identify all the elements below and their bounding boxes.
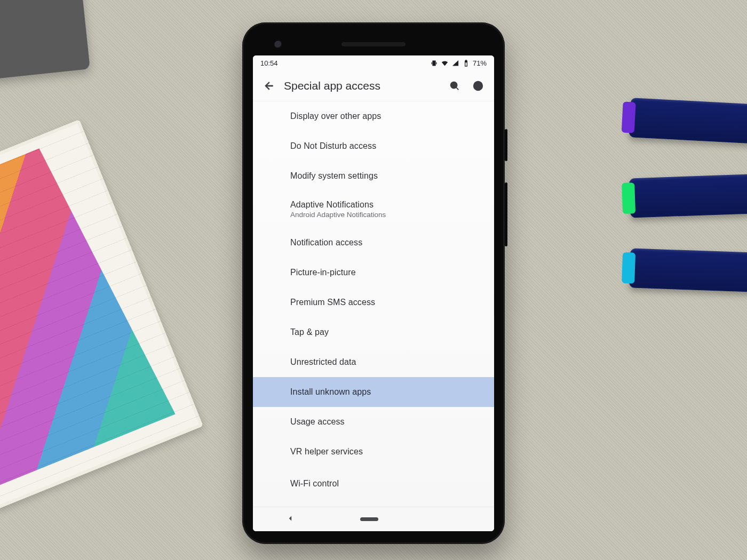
search-button[interactable] bbox=[443, 74, 466, 98]
settings-row-label: Picture-in-picture bbox=[290, 268, 483, 277]
settings-row-label: Usage access bbox=[290, 417, 483, 427]
nav-spacer bbox=[443, 517, 462, 521]
settings-row-label: Do Not Disturb access bbox=[290, 141, 483, 151]
system-navigation-bar bbox=[253, 507, 494, 531]
phone-screen: 10:54 71% Special bbox=[253, 55, 494, 531]
settings-row-wi-fi-control[interactable]: Wi-Fi control bbox=[253, 467, 494, 497]
nav-back-button[interactable] bbox=[285, 514, 295, 525]
help-icon bbox=[472, 80, 484, 92]
settings-row-label: Tap & pay bbox=[290, 327, 483, 337]
settings-row-label: Premium SMS access bbox=[290, 298, 483, 307]
settings-row-label: Notification access bbox=[290, 238, 483, 247]
settings-row-display-over-other-apps[interactable]: Display over other apps bbox=[253, 101, 494, 131]
settings-row-tap-pay[interactable]: Tap & pay bbox=[253, 317, 494, 347]
settings-row-premium-sms-access[interactable]: Premium SMS access bbox=[253, 287, 494, 317]
wifi-icon bbox=[441, 59, 449, 67]
settings-row-vr-helper-services[interactable]: VR helper services bbox=[253, 437, 494, 467]
settings-row-label: Modify system settings bbox=[290, 171, 483, 181]
status-time: 10:54 bbox=[260, 59, 278, 67]
settings-row-modify-system-settings[interactable]: Modify system settings bbox=[253, 161, 494, 191]
desk-marker-1 bbox=[629, 98, 747, 145]
desk-notepad bbox=[0, 119, 203, 510]
settings-row-do-not-disturb-access[interactable]: Do Not Disturb access bbox=[253, 131, 494, 161]
settings-row-label: VR helper services bbox=[290, 447, 483, 457]
settings-list[interactable]: Display over other appsDo Not Disturb ac… bbox=[253, 101, 494, 531]
battery-icon bbox=[462, 59, 470, 67]
nav-home-pill[interactable] bbox=[360, 517, 378, 521]
settings-row-install-unknown-apps[interactable]: Install unknown apps bbox=[253, 377, 494, 407]
desk-marker-3 bbox=[629, 248, 747, 292]
settings-row-label: Wi-Fi control bbox=[290, 479, 483, 489]
desk-marker-2 bbox=[629, 173, 747, 218]
phone-side-button-1 bbox=[505, 129, 507, 161]
status-battery-text: 71% bbox=[473, 59, 487, 67]
settings-row-unrestricted-data[interactable]: Unrestricted data bbox=[253, 347, 494, 377]
desk-tablet-corner bbox=[0, 0, 90, 80]
settings-row-sublabel: Android Adaptive Notifications bbox=[290, 211, 483, 219]
phone-side-button-2 bbox=[505, 182, 507, 246]
settings-row-notification-access[interactable]: Notification access bbox=[253, 228, 494, 258]
search-icon bbox=[449, 80, 460, 92]
settings-row-usage-access[interactable]: Usage access bbox=[253, 407, 494, 437]
svg-line-1 bbox=[456, 87, 458, 89]
settings-row-label: Install unknown apps bbox=[290, 387, 483, 397]
svg-point-0 bbox=[451, 82, 457, 88]
back-button[interactable] bbox=[257, 74, 281, 98]
status-bar: 10:54 71% bbox=[253, 55, 494, 70]
settings-row-label: Unrestricted data bbox=[290, 357, 483, 367]
app-bar: Special app access bbox=[253, 70, 494, 101]
settings-row-adaptive-notifications[interactable]: Adaptive NotificationsAndroid Adaptive N… bbox=[253, 191, 494, 228]
chevron-left-icon bbox=[285, 514, 295, 523]
page-title: Special app access bbox=[281, 79, 443, 92]
cellular-signal-icon bbox=[451, 59, 459, 67]
svg-point-3 bbox=[478, 87, 479, 89]
vibrate-icon bbox=[430, 59, 438, 67]
arrow-left-icon bbox=[263, 80, 275, 92]
help-button[interactable] bbox=[466, 74, 490, 98]
settings-row-label: Display over other apps bbox=[290, 111, 483, 121]
settings-row-picture-in-picture[interactable]: Picture-in-picture bbox=[253, 258, 494, 287]
settings-row-label: Adaptive Notifications bbox=[290, 200, 483, 210]
phone-frame: 10:54 71% Special bbox=[242, 22, 505, 544]
